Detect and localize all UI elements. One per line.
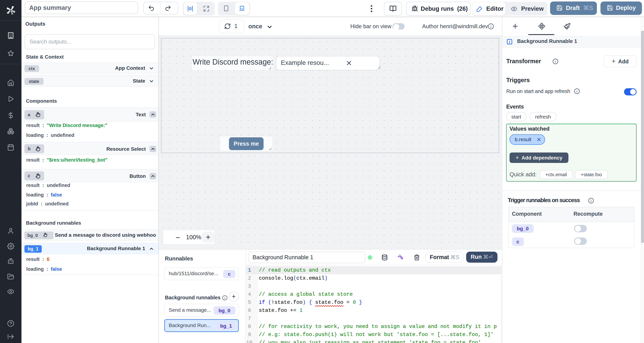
svg-text:f: f: [509, 40, 510, 44]
